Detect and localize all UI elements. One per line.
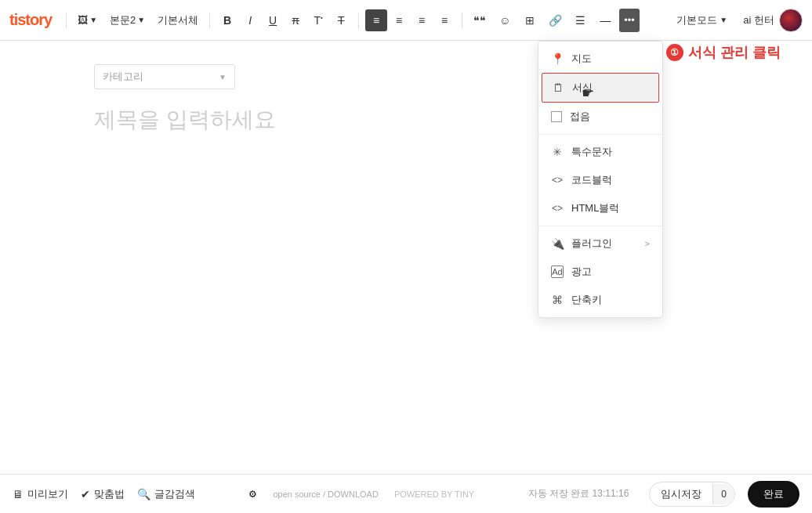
quote-button[interactable]: ❝❝ (469, 9, 491, 31)
logo-part1: ti (9, 11, 17, 28)
temp-save-label[interactable]: 임시저장 (650, 482, 712, 506)
align-right-button[interactable]: ≡ (411, 9, 433, 31)
special-char-icon: ✳ (551, 146, 564, 158)
default-mode-label: 기본모드 (676, 13, 717, 27)
editor-area: 카테고리 ▼ 제목을 입력하세요 (0, 41, 812, 432)
strikethrough-icon: π (292, 14, 299, 27)
title-placeholder: 제목을 입력하세요 (94, 107, 276, 132)
category-select[interactable]: 카테고리 ▼ (94, 64, 235, 89)
bottom-center: ⚙ open source / DOWNLOAD POWERED BY TINY (208, 489, 516, 500)
underline-label: U (269, 14, 277, 27)
default-mode-button[interactable]: 기본모드 ▼ (670, 10, 734, 31)
publish-label: 완료 (763, 488, 784, 500)
code-block-icon: <> (551, 174, 564, 186)
annotation: ① 서식 관리 클릭 (666, 43, 781, 62)
auto-save-text: 자동 저장 완료 13:11:16 (528, 487, 629, 500)
dropdown-menu: 📍 지도 🗒 서식 ☛ 접음 ✳ 특수문자 <> 코드블럭 <> HTML블럭 … (538, 41, 663, 318)
toolbar: tistory 🖼 ▼ 본문2 ▼ 기본서체 B I U π T• T (0, 0, 812, 41)
temp-save-button[interactable]: 임시저장 0 (649, 482, 735, 507)
dropdown-item-plugin[interactable]: 🔌 플러그인 > (538, 229, 662, 258)
plugin-arrow: > (645, 239, 650, 248)
bottom-bar: 🖥 미리보기 ✔ 맞춤법 🔍 글감검색 ⚙ open source / DOWN… (0, 474, 812, 513)
superscript-button[interactable]: T• (307, 9, 329, 31)
shortcut-icon: ⌘ (551, 294, 564, 306)
more-button[interactable]: ••• (619, 9, 640, 32)
emoji-search-button[interactable]: 🔍 글감검색 (137, 487, 195, 501)
dropdown-item-shortcut[interactable]: ⌘ 단축키 (538, 286, 662, 314)
fold-icon (551, 111, 562, 122)
emoji-icon: ☺ (499, 14, 510, 27)
link-button[interactable]: 🔗 (544, 9, 566, 31)
map-icon: 📍 (551, 52, 564, 65)
underline-button[interactable]: U (262, 9, 284, 31)
emoji-search-icon: 🔍 (137, 488, 150, 500)
dropdown-item-format[interactable]: 🗒 서식 ☛ (542, 73, 659, 103)
plugin-icon: 🔌 (551, 237, 564, 250)
divider-button[interactable]: — (594, 9, 616, 31)
align-center-button[interactable]: ≡ (388, 9, 410, 31)
text-style-button[interactable]: 본문2 ▼ (105, 9, 150, 32)
strikethrough-button[interactable]: π (285, 9, 306, 31)
dropdown-label-special: 특수문자 (571, 145, 612, 159)
spellcheck-button[interactable]: ✔ 맞춤법 (81, 487, 125, 501)
dropdown-item-map[interactable]: 📍 지도 (538, 45, 662, 73)
dropdown-item-ad[interactable]: Ad 광고 (538, 258, 662, 286)
font-button[interactable]: 기본서체 (153, 9, 203, 32)
strikethrough2-button[interactable]: T (330, 9, 352, 31)
list-button[interactable]: ☰ (569, 9, 591, 31)
dropdown-label-plugin: 플러그인 (571, 237, 612, 251)
temp-save-count: 0 (712, 484, 734, 504)
user-avatar[interactable] (779, 9, 803, 32)
align-right-icon: ≡ (419, 14, 425, 27)
preview-button[interactable]: 🖥 미리보기 (13, 487, 68, 501)
font-label: 기본서체 (158, 13, 198, 27)
dropdown-item-fold[interactable]: 접음 (538, 103, 662, 131)
table-button[interactable]: ⊞ (519, 9, 541, 31)
category-placeholder: 카테고리 (103, 70, 143, 84)
separator1 (66, 13, 67, 28)
dropdown-label-ad: 광고 (571, 265, 592, 279)
emoji-search-label: 글감검색 (154, 487, 195, 501)
dropdown-item-code[interactable]: <> 코드블럭 (538, 166, 662, 194)
image-button[interactable]: 🖼 ▼ (73, 9, 102, 32)
dropdown-divider1 (538, 134, 662, 135)
separator4 (462, 13, 462, 28)
quote-icon: ❝❝ (473, 14, 486, 27)
bold-button[interactable]: B (216, 9, 238, 31)
publish-button[interactable]: 완료 (748, 481, 799, 508)
spellcheck-icon: ✔ (81, 488, 90, 500)
emoji-button[interactable]: ☺ (494, 9, 516, 31)
italic-button[interactable]: I (239, 9, 261, 31)
align-center-icon: ≡ (396, 14, 402, 27)
spellcheck-label: 맞춤법 (94, 487, 125, 501)
powered-text: POWERED BY TINY (394, 490, 474, 499)
preview-label: 미리보기 (27, 487, 68, 501)
separator2 (209, 13, 210, 28)
align-left-icon: ≡ (373, 14, 379, 27)
logo[interactable]: tistory (9, 11, 52, 29)
logo-part2: story (17, 11, 52, 28)
dropdown-item-html[interactable]: <> HTML블럭 (538, 194, 662, 222)
align-group: ≡ ≡ ≡ ≡ (365, 9, 455, 31)
annotation-circle: ① (666, 44, 683, 61)
user-name: ai 헌터 (743, 13, 774, 27)
format-group: B I U π T• T (216, 9, 352, 31)
dropdown-label-map: 지도 (571, 52, 592, 66)
bold-label: B (223, 14, 231, 27)
default-mode-arrow: ▼ (720, 16, 727, 24)
dropdown-label-code: 코드블럭 (571, 173, 612, 187)
superscript-icon: T• (314, 14, 322, 27)
separator3 (358, 13, 359, 28)
dropdown-label-format: 서식 (572, 81, 593, 95)
link-icon: 🔗 (549, 14, 562, 27)
open-source-text: open source / DOWNLOAD (273, 490, 379, 499)
italic-label: I (248, 14, 252, 27)
align-left-button[interactable]: ≡ (365, 9, 387, 31)
table-icon: ⊞ (525, 14, 535, 27)
align-justify-button[interactable]: ≡ (433, 9, 455, 31)
user-area: ai 헌터 (743, 9, 803, 32)
list-icon: ☰ (575, 14, 585, 27)
dropdown-item-special[interactable]: ✳ 특수문자 (538, 138, 662, 166)
open-source-icon: ⚙ (248, 489, 257, 500)
category-arrow: ▼ (219, 73, 227, 81)
